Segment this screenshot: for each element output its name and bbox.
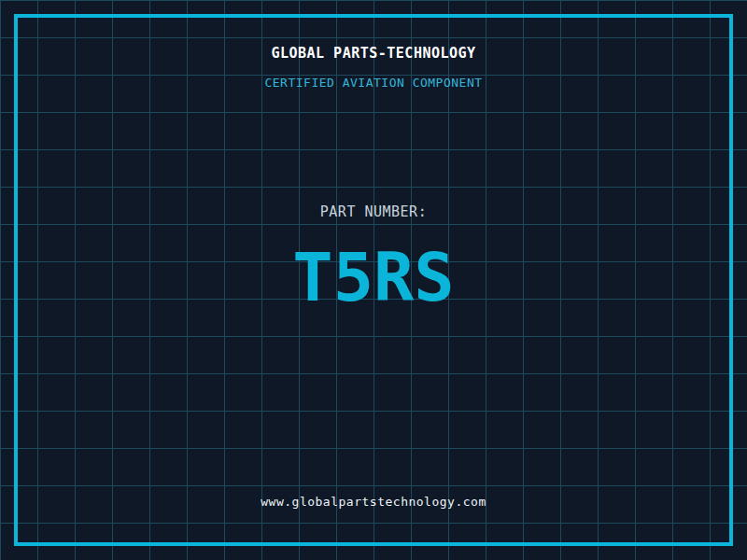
website-url: www.globalpartstechnology.com <box>0 495 747 510</box>
certification-subtitle: CERTIFIED AVIATION COMPONENT <box>0 76 747 90</box>
part-number-label: PART NUMBER: <box>0 204 747 220</box>
company-title: GLOBAL PARTS-TECHNOLOGY <box>0 46 747 62</box>
part-number-value: T5RS <box>0 246 747 308</box>
blueprint-panel: GLOBAL PARTS-TECHNOLOGY CERTIFIED AVIATI… <box>0 0 747 560</box>
